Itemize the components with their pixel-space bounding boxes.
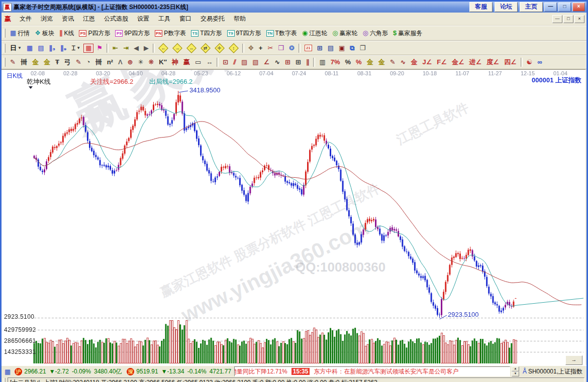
dropdown-arrow-icon[interactable]: ▼ — [18, 46, 22, 50]
customer-service-button[interactable]: 客服 — [469, 2, 493, 12]
quotes-button[interactable]: ▦行情 — [8, 28, 32, 39]
homepage-button[interactable]: 主页 — [520, 2, 543, 12]
gold-ratio-button[interactable]: 金 — [30, 58, 41, 67]
grid2-button[interactable]: 卌 — [93, 58, 104, 67]
f-angle-button[interactable]: F∠ — [435, 58, 449, 67]
p-table-button[interactable]: PNP数字表 — [153, 28, 188, 39]
line-box-button[interactable]: ▧ — [250, 58, 260, 67]
mdi-minimize-button[interactable]: — — [552, 15, 562, 23]
gann-grid-button[interactable]: 卌 — [19, 58, 29, 67]
pen-tool-button[interactable]: ✎ — [8, 58, 18, 67]
prev-button[interactable]: ◀ — [132, 44, 141, 53]
star-web-button[interactable]: ✳ — [136, 58, 145, 67]
save-button[interactable]: ▣ — [337, 44, 347, 53]
gold-angle-button[interactable]: 金∠ — [450, 58, 466, 67]
ying-button[interactable]: 赢 — [181, 58, 192, 67]
menu-item-资讯[interactable]: 资讯 — [57, 14, 78, 23]
kline-style-button[interactable]: 日▼ — [8, 44, 24, 53]
fan-box-button[interactable]: ▨ — [239, 58, 249, 67]
copy-button[interactable]: ⧉ — [348, 44, 356, 53]
gann-wheel-button[interactable]: ◉江恩轮 — [300, 28, 329, 39]
t-table-button[interactable]: TNT数字表 — [264, 28, 299, 39]
gold-line-button[interactable]: 金 — [376, 58, 387, 67]
taichi-button[interactable]: ☯ — [525, 58, 535, 67]
expand-all-button[interactable]: ✛ — [213, 43, 226, 54]
minimize-button[interactable]: — — [544, 3, 557, 12]
close-button[interactable]: × — [572, 3, 585, 12]
stats-button[interactable]: ▥ — [317, 58, 327, 67]
sectors-button[interactable]: ❖板块 — [33, 28, 56, 39]
du-angle-button[interactable]: 度∠ — [484, 58, 501, 67]
k-quote-button[interactable]: K″ — [157, 58, 169, 67]
menu-item-设置[interactable]: 设置 — [133, 14, 154, 23]
toolbar-grip[interactable] — [3, 44, 6, 53]
color-chart-button[interactable]: ⚑ — [94, 44, 105, 53]
single-candle-button[interactable]: ⌶▼ — [69, 44, 82, 53]
pattern-active-button[interactable]: ▦ — [83, 44, 93, 53]
menu-item-帮助[interactable]: 帮助 — [229, 14, 250, 23]
info-list-button[interactable]: ▤ — [36, 44, 46, 53]
brush-button[interactable]: ✎ — [74, 58, 83, 67]
toolbar-grip[interactable] — [3, 58, 6, 67]
first-page-button[interactable]: ⇤ — [111, 44, 120, 53]
winner-service-button[interactable]: $赢家服务 — [391, 28, 424, 39]
menu-item-江恩[interactable]: 江恩 — [78, 14, 100, 23]
last-page-button[interactable]: ⇥ — [121, 44, 131, 53]
gold-ratio2-button[interactable]: 金 — [42, 58, 52, 67]
calendar-button[interactable]: 21 — [303, 44, 314, 52]
scroll-right-button[interactable]: → — [565, 355, 582, 365]
spinner-down-button[interactable]: ▼ — [512, 371, 519, 376]
note-button[interactable]: ▤ — [326, 44, 336, 53]
9p-square-button[interactable]: P99P四方形 — [113, 28, 152, 39]
gold-circle-button[interactable]: 金 — [365, 58, 375, 67]
percent7-button[interactable]: 7% — [329, 58, 342, 67]
shen-button[interactable]: 神 — [170, 58, 180, 67]
ruler-button[interactable]: ▭ — [193, 58, 203, 67]
spiral-button[interactable]: 弓 — [62, 58, 73, 67]
kline-button[interactable]: ∥K线 — [57, 28, 76, 39]
kline-canvas[interactable] — [2, 70, 585, 365]
menu-item-文件[interactable]: 文件 — [15, 14, 36, 23]
mirror-button[interactable]: Λ — [116, 58, 125, 67]
percent-button[interactable]: % — [343, 58, 353, 67]
winner-wheel-button[interactable]: ◎赢家轮 — [330, 28, 359, 39]
rays-button[interactable]: ⫽ — [231, 58, 238, 67]
p-square-button[interactable]: PSP四方形 — [77, 28, 112, 39]
forum-button[interactable]: 论坛 — [495, 2, 518, 12]
next-button[interactable]: ▶ — [142, 44, 151, 53]
gold-under-button[interactable]: 金 — [409, 58, 419, 67]
angle-button[interactable]: ∠ — [262, 58, 272, 67]
news-ticker[interactable]: 销量同比下降12.71% 15:35 东方中科：在新能源汽车测试领域长安汽车是公… — [234, 366, 510, 376]
rings-button[interactable]: ∞ — [535, 58, 544, 67]
parallel-button[interactable]: ∥ — [304, 58, 312, 67]
dropdown-triangle-icon[interactable] — [29, 86, 33, 89]
j-angle-button[interactable]: J∠ — [420, 58, 434, 67]
n2-button[interactable]: n² — [105, 58, 115, 67]
f-tool-button[interactable]: Ŧ — [53, 58, 61, 67]
hand-button[interactable]: ✥ — [246, 44, 256, 53]
calculator-button[interactable]: ⊞ — [315, 44, 325, 53]
wave-a-button[interactable]: ∿ — [399, 58, 408, 67]
box-tool-button[interactable]: ⊡ — [221, 58, 230, 67]
expand-v-button[interactable]: ↕ — [227, 43, 240, 54]
t-square-button[interactable]: TST四方形 — [189, 28, 224, 39]
qiankun-kline-label[interactable]: 乾坤K线 — [27, 77, 51, 86]
wave-button[interactable]: ∿ — [272, 58, 282, 67]
price-grid-button[interactable]: ⊞ — [283, 58, 292, 67]
toolbar-grip[interactable] — [3, 29, 6, 38]
hexagon-button[interactable]: ◎六角形 — [361, 28, 390, 39]
web-button[interactable]: ❋ — [146, 58, 156, 67]
chart3-button[interactable]: ∥₃ — [47, 44, 58, 53]
si-angle-button[interactable]: 四∠ — [502, 58, 519, 67]
dropdown-arrow-icon[interactable]: ▼ — [76, 46, 80, 50]
expand-h-button[interactable]: ↔ — [185, 43, 198, 54]
clock-button[interactable]: ◔ — [84, 58, 92, 67]
mdi-close-button[interactable]: × — [574, 15, 584, 23]
percent-line-button[interactable]: % — [354, 58, 364, 67]
pattern-window-button[interactable]: ▦ — [25, 44, 35, 53]
menu-item-交易委托[interactable]: 交易委托 — [196, 14, 229, 23]
mdi-restore-button[interactable]: □ — [563, 15, 573, 23]
measure-button[interactable]: ↔ — [204, 58, 215, 67]
pen2-button[interactable]: ✎ — [388, 58, 398, 67]
shrink-right-button[interactable]: → — [171, 43, 184, 54]
